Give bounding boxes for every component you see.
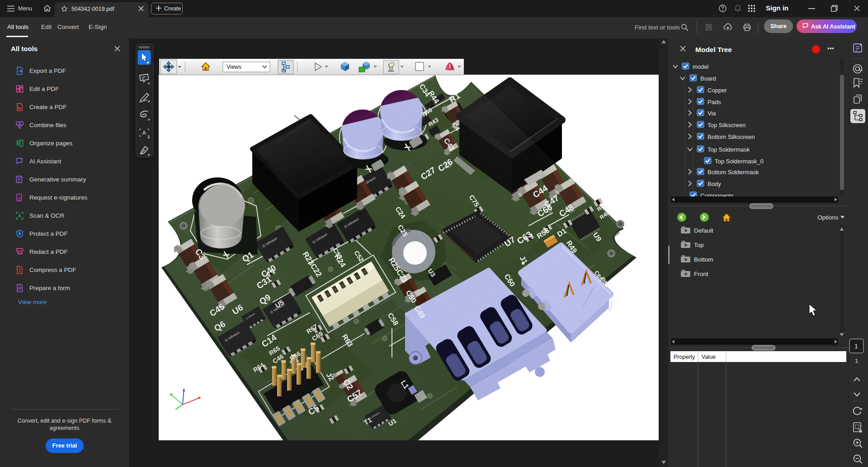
svg-text:Pads: Pads [708,99,721,105]
svg-text:Bottom Silkscreen: Bottom Silkscreen [708,133,755,140]
svg-text:Property: Property [674,354,695,360]
svg-text:Model Tree: Model Tree [695,46,732,53]
svg-text:Default: Default [694,227,713,234]
svg-text:Top Soldermask_0: Top Soldermask_0 [715,158,764,165]
svg-text:Options: Options [817,214,839,221]
svg-text:Bottom Soldermask: Bottom Soldermask [708,169,759,176]
svg-text:1: 1 [855,357,858,364]
svg-text:Bottom: Bottom [694,256,713,263]
svg-text:Board: Board [700,75,716,82]
svg-text:Top Soldermask: Top Soldermask [708,146,750,153]
svg-text:model: model [693,63,709,70]
svg-text:Copper: Copper [708,87,727,94]
svg-text:Top: Top [694,242,704,248]
svg-text:Body: Body [708,181,721,187]
svg-text:A: A [142,129,146,136]
svg-text:Via: Via [708,110,716,117]
svg-text:1: 1 [854,343,858,350]
svg-text:Value: Value [702,354,716,360]
svg-text:•••: ••• [827,45,834,52]
svg-text:Front: Front [694,271,708,277]
svg-text:Top Silkscreen: Top Silkscreen [708,122,746,129]
svg-text:Views: Views [226,64,241,70]
